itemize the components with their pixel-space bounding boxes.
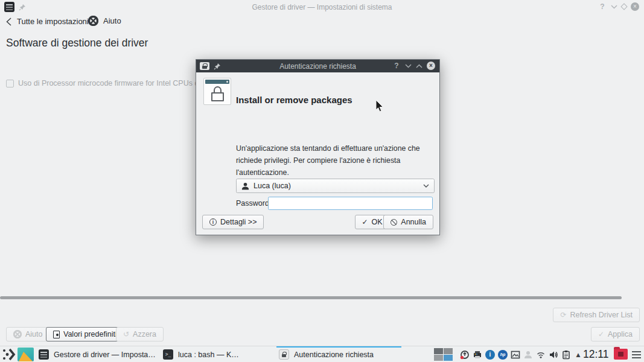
lock-icon <box>279 349 289 360</box>
volume-icon[interactable] <box>549 350 558 360</box>
toolbar-help-button[interactable]: Aiuto <box>88 16 121 26</box>
clipboard-icon[interactable] <box>561 350 571 360</box>
horizontal-scrollbar[interactable] <box>0 296 622 299</box>
taskbar-item-driver-manager[interactable]: Gestore di driver — Impostazioni ... <box>36 346 159 362</box>
refresh-label: Refresh Driver List <box>570 311 633 319</box>
cancel-icon <box>391 219 397 226</box>
taskbar-item-auth-dialog[interactable]: Autenticazione richiesta <box>276 346 403 362</box>
user-icon <box>241 182 249 190</box>
dialog-help-button[interactable]: ? <box>392 62 401 70</box>
dialog-lock-window-icon <box>200 62 209 70</box>
defaults-label: Valori predefiniti <box>63 330 117 338</box>
dialog-minimize-icon[interactable] <box>405 64 412 68</box>
dialog-maximize-icon[interactable] <box>416 64 422 68</box>
check-icon: ✓ <box>362 218 368 226</box>
virtual-desktop-pager[interactable] <box>434 348 453 361</box>
application-launcher-icon[interactable] <box>2 348 16 361</box>
checkbox[interactable] <box>6 80 14 87</box>
reset-button[interactable]: ↺ Azzera <box>116 327 164 341</box>
help-window-button[interactable]: ? <box>598 2 607 11</box>
apply-label: Applica <box>608 330 633 338</box>
auth-lock-window-icon <box>203 78 231 105</box>
details-label: Dettagli >> <box>220 218 257 226</box>
desktop-preview-icon[interactable] <box>18 348 34 361</box>
pin-icon[interactable] <box>214 63 221 70</box>
cancel-label: Annulla <box>401 218 426 226</box>
checkbox-label: Uso di Processor microcode firmware for … <box>18 79 196 87</box>
ok-label: OK <box>372 218 383 226</box>
cancel-button[interactable]: Annulla <box>383 215 433 229</box>
user-switch-icon[interactable] <box>523 350 533 360</box>
auth-dialog: Autenticazione richiesta ? × Install or … <box>196 59 440 235</box>
dialog-heading: Install or remove packages <box>236 95 352 105</box>
task-label: Autenticazione richiesta <box>294 351 374 359</box>
user-selected-value: Luca (luca) <box>253 182 291 190</box>
driver-checkbox-row[interactable]: Uso di Processor microcode firmware for … <box>6 79 196 87</box>
footer-help-label: Aiuto <box>25 330 43 338</box>
help-buoy-icon <box>13 330 22 338</box>
password-input[interactable] <box>268 197 433 210</box>
clock[interactable]: 12:11 <box>583 348 609 361</box>
expand-tray-icon[interactable]: ▲ <box>574 352 582 358</box>
updates-icon[interactable] <box>460 350 470 360</box>
undo-icon: ↺ <box>123 331 129 338</box>
maximize-icon[interactable] <box>620 3 627 10</box>
back-label: Tutte le impostazioni <box>17 17 89 26</box>
dialog-titlebar[interactable]: Autenticazione richiesta ? × <box>196 60 439 72</box>
toolbar-help-label: Aiuto <box>103 16 121 25</box>
check-icon: ✓ <box>598 331 604 338</box>
reset-label: Azzera <box>133 330 156 338</box>
red-folder-icon[interactable] <box>614 349 628 360</box>
help-buoy-icon <box>88 16 98 26</box>
task-label: Gestore di driver — Impostazioni ... <box>54 351 157 359</box>
hp-icon[interactable]: hp <box>498 350 508 360</box>
user-select[interactable]: Luca (luca) <box>236 179 435 193</box>
dialog-close-icon[interactable]: × <box>427 62 435 70</box>
refresh-icon: ⟳ <box>560 311 566 319</box>
back-all-settings-button[interactable]: Tutte le impostazioni <box>6 17 89 26</box>
details-button[interactable]: i Dettagli >> <box>202 215 264 229</box>
konsole-icon: >_ <box>163 349 173 360</box>
close-icon[interactable]: × <box>631 2 639 11</box>
defaults-button[interactable]: Valori predefiniti <box>46 327 124 341</box>
taskbar: Gestore di driver — Impostazioni ... >_ … <box>0 346 644 362</box>
dialog-description: Un'applicazione sta tentando di effettua… <box>236 143 439 179</box>
taskbar-item-konsole[interactable]: >_ luca : bash — Konsole <box>161 346 243 362</box>
chevron-down-icon <box>423 184 429 188</box>
panel-menu-icon[interactable] <box>632 351 641 360</box>
system-settings-icon <box>39 349 49 360</box>
info-icon: i <box>209 218 217 226</box>
printer-icon[interactable] <box>473 350 482 360</box>
system-tray: i hp <box>460 349 582 360</box>
footer-help-button[interactable]: Aiuto <box>6 327 50 341</box>
back-chevron-icon <box>6 17 11 26</box>
minimize-icon[interactable] <box>611 5 617 9</box>
task-label: luca : bash — Konsole <box>178 351 240 359</box>
wifi-icon[interactable] <box>536 350 546 360</box>
main-window-titlebar: Gestore di driver — Impostazioni di sist… <box>0 0 644 14</box>
apply-button[interactable]: ✓ Applica <box>591 327 640 341</box>
page-title: Software di gestione dei driver <box>6 37 148 49</box>
refresh-driver-list-button[interactable]: ⟳ Refresh Driver List <box>553 308 640 322</box>
main-window-title: Gestore di driver — Impostazioni di sist… <box>0 3 644 11</box>
defaults-icon <box>53 331 60 338</box>
password-label: Password: <box>236 199 271 208</box>
image-viewer-icon[interactable] <box>511 350 520 360</box>
info-tray-icon[interactable]: i <box>485 350 495 360</box>
